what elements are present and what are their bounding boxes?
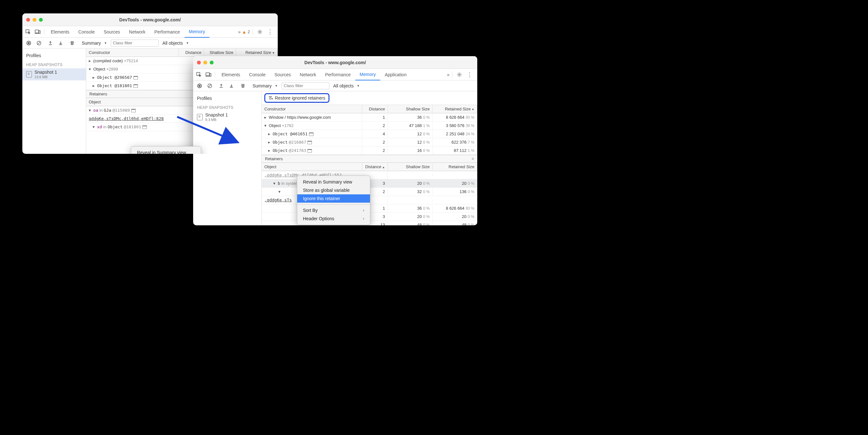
download-icon[interactable] (56, 39, 65, 48)
col-retained[interactable]: Retained Size (433, 105, 477, 113)
tab-performance[interactable]: Performance (150, 26, 184, 38)
overflow-icon[interactable]: » (238, 29, 241, 34)
tab-console[interactable]: Console (74, 26, 99, 38)
col-distance[interactable]: Distance (179, 49, 204, 56)
inspect-icon[interactable] (24, 27, 33, 36)
window-chip-icon (143, 125, 147, 129)
gear-icon[interactable] (255, 27, 264, 36)
tree-toggle-icon[interactable]: ▾ (89, 108, 92, 113)
clear-icon[interactable] (34, 39, 43, 48)
scope-select[interactable]: All objects (160, 39, 276, 47)
tab-application[interactable]: Application (380, 69, 411, 81)
clear-icon[interactable] (205, 82, 214, 90)
zoom-icon[interactable] (39, 18, 43, 22)
restore-ignored-button[interactable]: Restore ignored retainers (264, 93, 330, 103)
tree-toggle-icon[interactable]: ▾ (264, 123, 268, 128)
tree-toggle-icon[interactable]: ▾ (93, 124, 96, 129)
table-row[interactable]: ▸Object @2417632160 %87 1121 % (262, 147, 477, 155)
col-distance[interactable]: Distance (362, 163, 388, 170)
upload-icon[interactable] (217, 82, 226, 90)
col-constructor[interactable]: Constructor (86, 49, 179, 56)
class-filter-input[interactable] (111, 39, 159, 46)
menu-header-options[interactable]: Header Options› (297, 215, 370, 223)
device-icon[interactable] (204, 70, 213, 79)
scope-select[interactable]: All objects (331, 82, 475, 90)
view-select[interactable]: Summary (250, 82, 280, 90)
window-chip-icon (307, 149, 312, 153)
tree-toggle-icon[interactable]: ▸ (264, 115, 268, 120)
overflow-icon[interactable]: » (447, 72, 450, 77)
cell-shallow: 200 % (388, 213, 433, 220)
titlebar[interactable]: DevTools - www.google.com/ (193, 56, 477, 69)
context-menu[interactable]: Reveal in Summary view Store as global v… (297, 176, 370, 225)
tab-network[interactable]: Network (295, 69, 320, 81)
menu-ignore-retainer[interactable]: Ignore this retainer (297, 194, 370, 203)
tab-sources[interactable]: Sources (99, 26, 124, 38)
tree-toggle-icon[interactable]: ▸ (93, 75, 96, 80)
tree-toggle-icon[interactable]: ▸ (89, 58, 92, 63)
view-select[interactable]: Summary (79, 39, 110, 47)
tree-toggle-icon[interactable]: ▸ (268, 131, 271, 136)
tab-elements[interactable]: Elements (46, 26, 74, 38)
col-object[interactable]: Object (262, 163, 362, 170)
menu-sort-by[interactable]: Sort By› (297, 206, 370, 215)
tab-performance[interactable]: Performance (320, 69, 355, 81)
menu-sort-by-label: Sort By (303, 208, 318, 213)
close-icon[interactable] (26, 18, 30, 22)
tree-toggle-icon[interactable]: ▾ (278, 189, 282, 194)
warning-badge[interactable]: ▲ 2 (242, 29, 250, 34)
tab-memory[interactable]: Memory (355, 69, 380, 81)
cell-distance: 2 (362, 147, 388, 154)
record-icon[interactable] (195, 82, 204, 90)
cell-retained (433, 199, 477, 201)
col-distance[interactable]: Distance (362, 105, 388, 113)
tab-network[interactable]: Network (124, 26, 150, 38)
tab-elements[interactable]: Elements (217, 69, 245, 81)
tab-sources[interactable]: Sources (270, 69, 295, 81)
inspect-icon[interactable] (194, 70, 203, 79)
snapshot-item[interactable]: Snapshot 1 13.6 MB (22, 68, 86, 81)
class-filter-input[interactable] (282, 82, 330, 89)
tree-toggle-icon[interactable]: ▸ (93, 83, 96, 88)
table-row[interactable]: ▸Window / https://www.google.com1360 %8 … (262, 113, 477, 122)
gc-icon[interactable] (68, 39, 76, 48)
upload-icon[interactable] (46, 39, 55, 48)
tree-toggle-icon[interactable]: ▸ (268, 148, 271, 153)
record-icon[interactable] (24, 39, 33, 48)
tab-console[interactable]: Console (245, 69, 270, 81)
col-shallow[interactable]: Shallow Size (388, 105, 433, 113)
menu-icon[interactable]: ≡ (471, 156, 474, 161)
traffic-lights (26, 18, 43, 22)
table-row[interactable]: ▸Object @2168672120 %622 3767 % (262, 138, 477, 147)
menu-store-global[interactable]: Store as global variable (297, 186, 370, 194)
table-row[interactable]: ▾Object ×1782247 1881 %3 580 57639 % (262, 122, 477, 130)
tree-toggle-icon[interactable]: ▾ (89, 67, 92, 71)
gc-icon[interactable] (239, 82, 247, 90)
col-shallow[interactable]: Shallow Size (204, 49, 236, 56)
download-icon[interactable] (227, 82, 236, 90)
svg-rect-8 (206, 73, 209, 75)
col-retained[interactable]: Retained Size (433, 163, 477, 170)
minimize-icon[interactable] (203, 61, 207, 64)
memory-toolbar: Summary All objects (22, 38, 278, 49)
menu-reveal-summary[interactable]: Reveal in Summary view (131, 148, 201, 154)
minimize-icon[interactable] (33, 18, 36, 22)
col-constructor[interactable]: Constructor (262, 105, 362, 113)
col-shallow[interactable]: Shallow Size (388, 163, 433, 170)
cell-retained: 8 626 66493 % (433, 205, 477, 212)
tree-toggle-icon[interactable]: ▸ (268, 140, 271, 145)
tree-toggle-icon[interactable]: ▾ (273, 181, 276, 186)
titlebar[interactable]: DevTools - www.google.com/ (22, 13, 278, 26)
kebab-icon[interactable]: ⋮ (465, 70, 474, 79)
col-retained[interactable]: Retained Size (236, 49, 278, 56)
cell-shallow: 360 % (388, 114, 433, 121)
menu-reveal-summary[interactable]: Reveal in Summary view (297, 178, 370, 186)
device-icon[interactable] (33, 27, 42, 36)
kebab-icon[interactable]: ⋮ (266, 27, 275, 36)
gear-icon[interactable] (455, 70, 464, 79)
table-row[interactable]: ▸Object @4616514120 %2 251 04824 % (262, 130, 477, 138)
tab-memory[interactable]: Memory (185, 26, 210, 38)
close-icon[interactable] (197, 61, 201, 64)
zoom-icon[interactable] (210, 61, 214, 64)
cell-shallow: 360 % (388, 205, 433, 212)
